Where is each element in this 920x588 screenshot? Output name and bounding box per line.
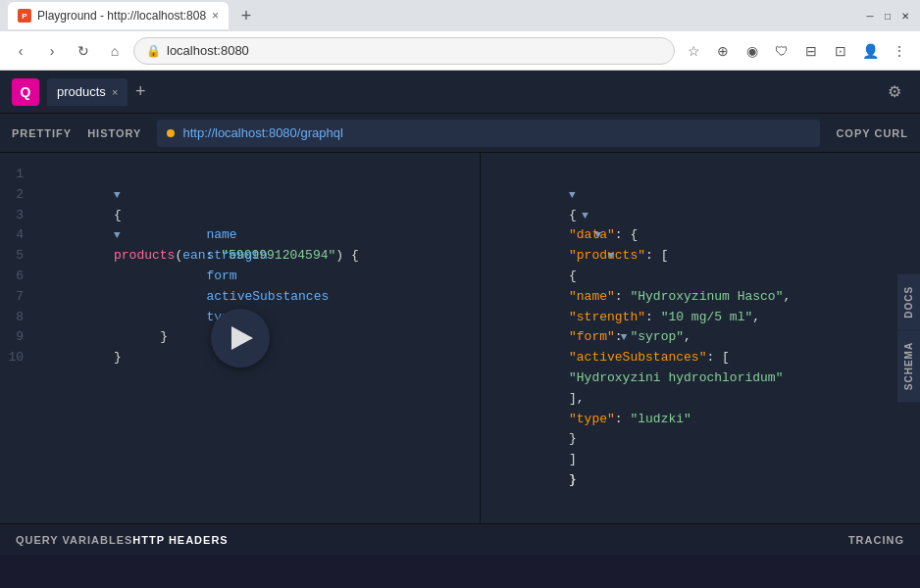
line-num-5: 5 — [0, 246, 24, 267]
line-num-8: 8 — [0, 308, 24, 328]
tab-close-x[interactable]: × — [112, 86, 118, 98]
extension-icon3[interactable]: 🛡 — [769, 38, 794, 64]
field-strength: strength — [145, 248, 268, 263]
forward-button[interactable]: › — [39, 38, 65, 64]
playground-logo: Q — [12, 78, 39, 106]
extension-icon5[interactable]: ⊡ — [828, 38, 853, 64]
window-controls: ─ □ ✕ — [863, 9, 912, 23]
close-brace-outer: } — [114, 350, 122, 365]
tab-close-btn[interactable]: × — [212, 9, 219, 23]
tracing-button[interactable]: TRACING — [848, 534, 904, 546]
resp-line-1: ▼ { — [492, 165, 908, 185]
playground-tab-products[interactable]: products × — [47, 78, 128, 106]
address-bar: ‹ › ↻ ⌂ 🔒 localhost:8080 ☆ ⊕ ◉ 🛡 ⊟ ⊡ 👤 ⋮ — [0, 31, 920, 71]
bottom-bar: QUERY VARIABLES HTTP HEADERS TRACING — [0, 523, 920, 555]
address-input[interactable]: 🔒 localhost:8080 — [133, 37, 675, 65]
history-button[interactable]: HISTORY — [87, 127, 141, 139]
url-text: localhost:8080 — [167, 43, 249, 58]
code-line-1: ▼ { — [37, 165, 468, 185]
field-form: form — [145, 269, 237, 283]
minimize-button[interactable]: ─ — [863, 9, 877, 23]
title-bar: P Playground - http://localhost:808 × + … — [0, 0, 920, 31]
line-num-1: 1 — [0, 165, 24, 185]
response-panel: ▼ { ▼ "data": { ▼ "products": [ ▼ { — [481, 153, 920, 523]
schema-tab[interactable]: SCHEMA — [897, 330, 920, 402]
playground-header: Q products × + ⚙ — [0, 71, 920, 114]
toolbar: PRETTIFY HISTORY http://localhost:8080/g… — [0, 114, 920, 153]
tab-name: products — [57, 84, 106, 99]
browser-window: P Playground - http://localhost:808 × + … — [0, 0, 920, 71]
line-numbers: 1 2 3 4 5 6 7 8 9 10 — [0, 153, 29, 368]
url-value: http://localhost:8080/graphql — [182, 125, 342, 140]
url-input[interactable]: http://localhost:8080/graphql — [157, 120, 820, 147]
http-headers-button[interactable]: HTTP HEADERS — [132, 534, 228, 546]
logo-letter: Q — [21, 84, 31, 100]
url-status-dot — [167, 129, 175, 137]
new-tab-button[interactable]: + — [232, 2, 260, 29]
bookmark-icon[interactable]: ☆ — [681, 38, 706, 64]
query-variables-button[interactable]: QUERY VARIABLES — [16, 534, 132, 546]
profile-icon[interactable]: 👤 — [857, 38, 883, 64]
extension-icon4[interactable]: ⊟ — [798, 38, 824, 64]
indent-arrow-2 — [114, 208, 129, 222]
copy-curl-button[interactable]: COPY CURL — [836, 127, 908, 139]
expand-arrow-substances[interactable]: ▼ — [569, 331, 627, 343]
browser-toolbar-icons: ☆ ⊕ ◉ 🛡 ⊟ ⊡ 👤 ⋮ — [681, 38, 912, 64]
menu-icon[interactable]: ⋮ — [887, 38, 912, 64]
field-name: name — [145, 227, 237, 242]
close-button[interactable]: ✕ — [898, 9, 912, 23]
close-brace-inner: } — [129, 329, 168, 344]
line-num-4: 4 — [0, 225, 24, 246]
expand-arrow-root[interactable]: ▼ — [569, 189, 576, 201]
collapse-arrow-1[interactable]: ▼ — [114, 189, 121, 201]
tab-title: Playground - http://localhost:808 — [37, 9, 206, 23]
play-icon — [231, 326, 253, 350]
line-num-10: 10 — [0, 348, 24, 368]
maximize-button[interactable]: □ — [881, 9, 894, 23]
expand-arrow-products[interactable]: ▼ — [569, 229, 601, 241]
tab-favicon: P — [18, 9, 31, 23]
line-num-7: 7 — [0, 287, 24, 308]
side-tabs: DOCS SCHEMA — [897, 274, 920, 402]
prettify-button[interactable]: PRETTIFY — [12, 127, 72, 139]
line-num-9: 9 — [0, 327, 24, 348]
lock-icon: 🔒 — [146, 44, 161, 58]
play-button[interactable] — [211, 309, 270, 368]
home-button[interactable]: ⌂ — [102, 38, 128, 64]
line-num-6: 6 — [0, 267, 24, 287]
extension-icon1[interactable]: ⊕ — [710, 38, 736, 64]
expand-arrow-data[interactable]: ▼ — [569, 210, 588, 221]
back-button[interactable]: ‹ — [8, 38, 33, 64]
settings-button[interactable]: ⚙ — [881, 78, 908, 106]
docs-tab[interactable]: DOCS — [897, 274, 920, 330]
expand-arrow-item[interactable]: ▼ — [569, 250, 614, 262]
field-active-substances: activeSubstances — [145, 289, 329, 304]
add-tab-button[interactable]: + — [128, 79, 153, 105]
response-content: ▼ { ▼ "data": { ▼ "products": [ ▼ { — [481, 153, 920, 482]
editor-area: 1 2 3 4 5 6 7 8 9 10 ▼ { ▼ product — [0, 153, 920, 523]
reload-button[interactable]: ↻ — [71, 38, 96, 64]
browser-tab[interactable]: P Playground - http://localhost:808 × — [8, 2, 229, 29]
playground: Q products × + ⚙ PRETTIFY HISTORY http:/… — [0, 71, 920, 555]
extension-icon2[interactable]: ◉ — [740, 38, 765, 64]
line-num-3: 3 — [0, 206, 24, 226]
play-button-wrapper — [211, 309, 270, 368]
query-panel: 1 2 3 4 5 6 7 8 9 10 ▼ { ▼ product — [0, 153, 481, 523]
line-num-2: 2 — [0, 185, 24, 206]
